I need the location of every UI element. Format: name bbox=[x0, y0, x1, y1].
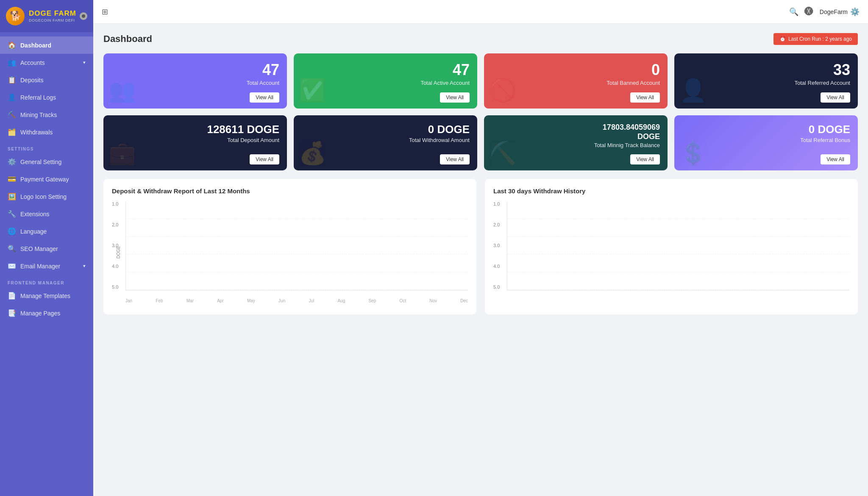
chart1-gridline-3 bbox=[126, 254, 468, 254]
payment-icon: 💳 bbox=[8, 175, 16, 183]
chart2-title: Last 30 days Withdraw History bbox=[493, 187, 849, 195]
deposit-label: Total Deposit Amount bbox=[111, 137, 279, 143]
sidebar-item-seo-manager[interactable]: 🔍 SEO Manager bbox=[0, 240, 93, 257]
sidebar-item-deposits[interactable]: 📋 Deposits bbox=[0, 71, 93, 89]
deposit-view-btn[interactable]: View All bbox=[250, 154, 279, 164]
chart1-inner bbox=[125, 201, 468, 290]
withdrawals-icon: 🗂️ bbox=[8, 128, 16, 136]
cron-clock-icon: ⏰ bbox=[779, 36, 786, 42]
total-account-view-btn[interactable]: View All bbox=[250, 92, 279, 103]
chart1-title: Deposit & Withdraw Report of Last 12 Mon… bbox=[112, 187, 468, 195]
username-label: DogeFarm bbox=[820, 8, 848, 15]
charts-row: Deposit & Withdraw Report of Last 12 Mon… bbox=[103, 179, 858, 315]
chart-deposit-withdraw: Deposit & Withdraw Report of Last 12 Mon… bbox=[103, 179, 476, 315]
sidebar-label-dashboard: Dashboard bbox=[20, 42, 51, 49]
search-icon[interactable]: 🔍 bbox=[789, 7, 798, 17]
sidebar-item-referral-logs[interactable]: 👤 Referral Logs bbox=[0, 89, 93, 106]
banned-account-label: Total Banned Account bbox=[492, 80, 660, 86]
bottom-stats-grid: 128611 DOGE Total Deposit Amount View Al… bbox=[103, 115, 858, 170]
referred-account-label: Total Referred Account bbox=[682, 80, 850, 86]
top-stats-grid: 47 Total Account View All 👥 47 Total Act… bbox=[103, 53, 858, 109]
referral-icon: 👤 bbox=[8, 93, 16, 101]
stat-card-active-account: 47 Total Active Account View All ✅ bbox=[294, 53, 477, 109]
sidebar-item-manage-pages[interactable]: 📑 Manage Pages bbox=[0, 304, 93, 322]
withdrawal-bg-icon: 💰 bbox=[299, 140, 326, 166]
sidebar-item-manage-templates[interactable]: 📄 Manage Templates bbox=[0, 287, 93, 304]
chart1-gridline-5 bbox=[126, 219, 468, 219]
templates-icon: 📄 bbox=[8, 292, 16, 300]
referral-bonus-bg-icon: 💲 bbox=[679, 140, 707, 166]
page-title: Dashboard bbox=[103, 33, 152, 45]
referral-bonus-label: Total Referral Bonus bbox=[682, 137, 850, 143]
home-icon: 🏠 bbox=[8, 41, 16, 49]
collapse-icon[interactable]: ⊞ bbox=[102, 7, 108, 17]
logo-icon: 🐕 bbox=[6, 7, 25, 25]
user-menu[interactable]: DogeFarm ⚙️ bbox=[820, 7, 860, 17]
chart1-gridline-4 bbox=[126, 237, 468, 237]
general-setting-icon: ⚙️ bbox=[8, 158, 16, 166]
stat-card-deposit: 128611 DOGE Total Deposit Amount View Al… bbox=[103, 115, 287, 170]
sidebar-toggle-dot[interactable] bbox=[80, 12, 87, 20]
sidebar-item-language[interactable]: 🌐 Language bbox=[0, 223, 93, 240]
seo-icon: 🔍 bbox=[8, 245, 16, 253]
cron-label: Last Cron Run : 2 years ago bbox=[788, 36, 852, 42]
sidebar-label-email: Email Manager bbox=[20, 263, 60, 270]
mining-balance-bg-icon: ⛏️ bbox=[489, 140, 517, 166]
sidebar-label-logo: Logo Icon Setting bbox=[20, 193, 67, 200]
chart-withdraw-history: Last 30 days Withdraw History 5.0 4.0 3.… bbox=[485, 179, 858, 315]
user-settings-icon[interactable]: ⚙️ bbox=[850, 7, 860, 17]
sidebar-label-general: General Setting bbox=[20, 159, 61, 165]
chart2-gridline-4 bbox=[507, 237, 849, 237]
content-area: Dashboard ⏰ Last Cron Run : 2 years ago … bbox=[93, 24, 868, 496]
logo-text: DOGE FARM DOGECOIN FARM DEFI bbox=[29, 9, 76, 22]
mining-balance-label: Total Minnig Track Balance bbox=[492, 142, 660, 148]
sidebar-item-extensions[interactable]: 🔧 Extensions bbox=[0, 205, 93, 223]
banned-account-view-btn[interactable]: View All bbox=[630, 92, 660, 103]
stat-card-banned-account: 0 Total Banned Account View All 🚫 bbox=[484, 53, 668, 109]
stat-card-withdrawal: 0 DOGE Total Withdrowal Amount View All … bbox=[294, 115, 477, 170]
topbar: ⊞ 🔍 🅧 DogeFarm ⚙️ bbox=[93, 0, 868, 24]
banned-account-number: 0 bbox=[492, 61, 660, 79]
sidebar-item-accounts[interactable]: 👥 Accounts ▾ bbox=[0, 54, 93, 71]
referred-account-number: 33 bbox=[682, 61, 850, 79]
dashboard-header: Dashboard ⏰ Last Cron Run : 2 years ago bbox=[103, 33, 858, 45]
sidebar-item-dashboard[interactable]: 🏠 Dashboard bbox=[0, 36, 93, 54]
banned-account-bg-icon: 🚫 bbox=[489, 78, 517, 103]
settings-section-label: SETTINGS bbox=[0, 141, 93, 153]
deposit-number: 128611 DOGE bbox=[111, 123, 279, 136]
sidebar-label-language: Language bbox=[20, 228, 47, 235]
stat-card-mining-balance: 17803.84059069 DOGE Total Minnig Track B… bbox=[484, 115, 668, 170]
chart2-gridline-3 bbox=[507, 254, 849, 254]
sidebar-item-mining-tracks[interactable]: ⛏️ Mining Tracks bbox=[0, 106, 93, 123]
chart2-gridline-1 bbox=[507, 290, 849, 290]
email-icon: ✉️ bbox=[8, 262, 16, 270]
mining-balance-number: 17803.84059069 DOGE bbox=[492, 123, 660, 141]
sidebar-item-logo-icon-setting[interactable]: 🖼️ Logo Icon Setting bbox=[0, 188, 93, 205]
sidebar-label-referral: Referral Logs bbox=[20, 94, 56, 101]
withdrawal-label: Total Withdrowal Amount bbox=[301, 137, 470, 143]
chart2-gridline-2 bbox=[507, 272, 849, 272]
sidebar-item-email-manager[interactable]: ✉️ Email Manager ▾ bbox=[0, 257, 93, 275]
total-account-number: 47 bbox=[111, 61, 279, 79]
sidebar-label-pages: Manage Pages bbox=[20, 310, 60, 317]
email-chevron-icon: ▾ bbox=[83, 263, 86, 269]
mining-balance-view-btn[interactable]: View All bbox=[630, 154, 660, 164]
logo-sub: DOGECOIN FARM DEFI bbox=[29, 18, 76, 23]
deposits-icon: 📋 bbox=[8, 76, 16, 84]
sidebar-item-payment-gateway[interactable]: 💳 Payment Gateway bbox=[0, 170, 93, 188]
sidebar-item-general-setting[interactable]: ⚙️ General Setting bbox=[0, 153, 93, 170]
sidebar: 🐕 DOGE FARM DOGECOIN FARM DEFI 🏠 Dashboa… bbox=[0, 0, 93, 496]
sidebar-label-deposits: Deposits bbox=[20, 77, 43, 84]
sidebar-label-payment: Payment Gateway bbox=[20, 176, 69, 183]
sidebar-label-mining: Mining Tracks bbox=[20, 111, 57, 118]
sidebar-nav: 🏠 Dashboard 👥 Accounts ▾ 📋 Deposits 👤 Re… bbox=[0, 32, 93, 496]
referral-bonus-view-btn[interactable]: View All bbox=[821, 154, 850, 164]
active-account-view-btn[interactable]: View All bbox=[440, 92, 470, 103]
chart1-y-axis-label: DOGE bbox=[116, 246, 121, 258]
referred-account-view-btn[interactable]: View All bbox=[821, 92, 850, 103]
withdrawal-view-btn[interactable]: View All bbox=[440, 154, 470, 164]
sidebar-item-withdrawals[interactable]: 🗂️ Withdrawals bbox=[0, 123, 93, 141]
active-account-bg-icon: ✅ bbox=[299, 78, 326, 103]
chart1-x-labels: Jan Feb Mar Apr May Jun Jul Aug Sep Oct … bbox=[125, 291, 468, 303]
withdrawal-number: 0 DOGE bbox=[301, 123, 470, 136]
